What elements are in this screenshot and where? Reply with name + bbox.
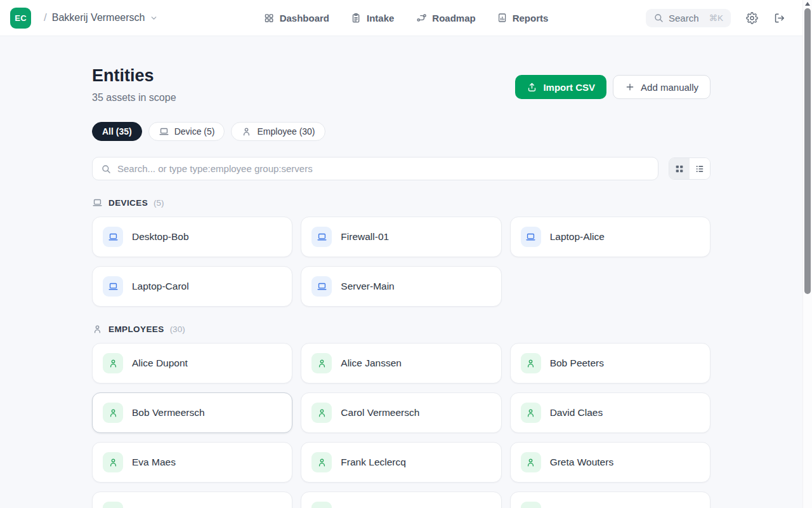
nav-item-roadmap[interactable]: Roadmap xyxy=(416,12,475,23)
entity-card-carol-vermeersch[interactable]: Carol Vermeersch xyxy=(301,392,501,433)
section-count: (30) xyxy=(170,324,185,334)
dashboard-icon xyxy=(264,13,275,23)
laptop-icon xyxy=(311,227,332,247)
person-icon xyxy=(521,502,541,508)
person-icon xyxy=(311,452,332,472)
topbar-actions: Search ⌘K xyxy=(646,9,802,27)
entity-card-frank-leclercq[interactable]: Frank Leclercq xyxy=(301,442,501,483)
settings-gear-icon[interactable] xyxy=(746,12,758,24)
entity-card-eva-maes[interactable]: Eva Maes xyxy=(92,442,292,483)
entity-name: Laptop-Alice xyxy=(550,231,605,243)
entity-card-johan-willems[interactable]: Johan Willems xyxy=(510,491,710,508)
entity-card-firewall-01[interactable]: Firewall-01 xyxy=(301,217,501,257)
entity-sections: DEVICES(5)Desktop-BobFirewall-01Laptop-A… xyxy=(92,197,710,508)
person-icon xyxy=(103,353,123,373)
entity-card-iris-smeets[interactable]: Iris Smeets xyxy=(301,491,501,508)
section-header-devices: DEVICES(5) xyxy=(92,197,710,208)
filter-chips: All (35)Device (5)Employee (30) xyxy=(92,122,710,141)
person-icon xyxy=(103,502,123,508)
main-content: Entities 35 assets in scope Import CSV A… xyxy=(92,36,710,508)
grid-view-icon xyxy=(674,164,684,174)
person-icon xyxy=(241,126,252,137)
filter-chip-device-5[interactable]: Device (5) xyxy=(148,122,225,141)
add-manually-label: Add manually xyxy=(641,82,698,93)
entity-card-alice-janssen[interactable]: Alice Janssen xyxy=(301,343,501,384)
entity-name: Firewall-01 xyxy=(341,231,389,243)
entity-card-hans-jacobs[interactable]: Hans Jacobs xyxy=(92,491,292,508)
org-switcher[interactable]: / Bakkerij Vermeersch xyxy=(44,11,158,24)
main-nav: DashboardIntakeRoadmapReports xyxy=(264,12,549,23)
nav-item-label: Intake xyxy=(367,13,394,23)
filter-chip-all-35[interactable]: All (35) xyxy=(92,122,142,141)
person-icon xyxy=(103,403,123,423)
entity-name: Desktop-Bob xyxy=(132,231,189,243)
person-icon xyxy=(311,403,332,423)
entity-name: Bob Peeters xyxy=(550,358,604,369)
search-shortcut: ⌘K xyxy=(709,13,723,23)
scrollbar[interactable] xyxy=(802,0,812,508)
entity-card-laptop-carol[interactable]: Laptop-Carol xyxy=(92,266,292,307)
nav-item-intake[interactable]: Intake xyxy=(351,13,394,23)
person-icon xyxy=(103,452,123,472)
entity-name: Greta Wouters xyxy=(550,457,614,468)
entity-name: Eva Maes xyxy=(132,457,176,468)
person-icon xyxy=(521,403,541,423)
entity-card-server-main[interactable]: Server-Main xyxy=(301,266,501,307)
nav-item-dashboard[interactable]: Dashboard xyxy=(264,13,329,23)
chevron-down-icon xyxy=(150,14,158,22)
filter-chip-label: Device (5) xyxy=(174,126,215,137)
entity-card-greta-wouters[interactable]: Greta Wouters xyxy=(510,442,710,483)
entity-search xyxy=(92,157,658,180)
global-search-button[interactable]: Search ⌘K xyxy=(646,9,731,27)
nav-item-label: Reports xyxy=(513,13,549,23)
section-title: EMPLOYEES xyxy=(108,324,164,334)
laptop-icon xyxy=(103,227,123,247)
filter-chip-label: Employee (30) xyxy=(257,126,315,137)
page-title: Entities xyxy=(92,66,176,86)
entity-card-desktop-bob[interactable]: Desktop-Bob xyxy=(92,217,292,257)
nav-item-label: Roadmap xyxy=(432,13,475,23)
list-view-button[interactable] xyxy=(690,158,710,179)
entity-card-david-claes[interactable]: David Claes xyxy=(510,392,710,433)
section-header-employees: EMPLOYEES(30) xyxy=(92,324,710,335)
search-icon xyxy=(101,164,111,174)
filter-chip-label: All (35) xyxy=(102,126,132,137)
app-logo[interactable]: EC xyxy=(10,8,31,29)
section-grid-devices: Desktop-BobFirewall-01Laptop-AliceLaptop… xyxy=(92,217,710,307)
nav-item-label: Dashboard xyxy=(280,13,329,23)
entity-search-input[interactable] xyxy=(117,163,650,174)
add-manually-button[interactable]: Add manually xyxy=(613,75,710,99)
entity-name: Alice Dupont xyxy=(132,358,188,369)
view-toggle xyxy=(669,157,710,180)
person-icon xyxy=(311,502,332,508)
upload-icon xyxy=(527,82,537,93)
import-csv-button[interactable]: Import CSV xyxy=(515,75,606,99)
entity-card-laptop-alice[interactable]: Laptop-Alice xyxy=(510,217,710,257)
entity-name: Frank Leclercq xyxy=(341,457,406,468)
import-csv-label: Import CSV xyxy=(543,82,595,93)
nav-item-reports[interactable]: Reports xyxy=(497,13,549,23)
person-icon xyxy=(92,324,103,335)
entity-card-bob-vermeersch[interactable]: Bob Vermeersch xyxy=(92,392,292,433)
intake-icon xyxy=(351,13,362,23)
section-grid-employees: Alice DupontAlice JanssenBob PeetersBob … xyxy=(92,343,710,508)
laptop-icon xyxy=(103,276,123,297)
roadmap-icon xyxy=(416,12,427,23)
filter-chip-employee-30[interactable]: Employee (30) xyxy=(231,122,325,141)
search-icon xyxy=(653,13,664,23)
plus-icon xyxy=(625,82,635,92)
section-count: (5) xyxy=(154,198,164,208)
entity-name: Alice Janssen xyxy=(341,358,402,369)
entity-name: Carol Vermeersch xyxy=(341,407,419,418)
breadcrumb-slash: / xyxy=(44,11,47,24)
person-icon xyxy=(521,353,541,373)
logout-icon[interactable] xyxy=(773,12,785,24)
entity-card-bob-peeters[interactable]: Bob Peeters xyxy=(510,343,710,384)
scrollbar-up-arrow[interactable] xyxy=(805,2,810,6)
top-bar: EC / Bakkerij Vermeersch DashboardIntake… xyxy=(0,0,812,36)
scrollbar-thumb[interactable] xyxy=(804,8,811,294)
laptop-icon xyxy=(159,126,169,137)
reports-icon xyxy=(497,13,508,23)
entity-card-alice-dupont[interactable]: Alice Dupont xyxy=(92,343,292,384)
grid-view-button[interactable] xyxy=(669,158,690,179)
